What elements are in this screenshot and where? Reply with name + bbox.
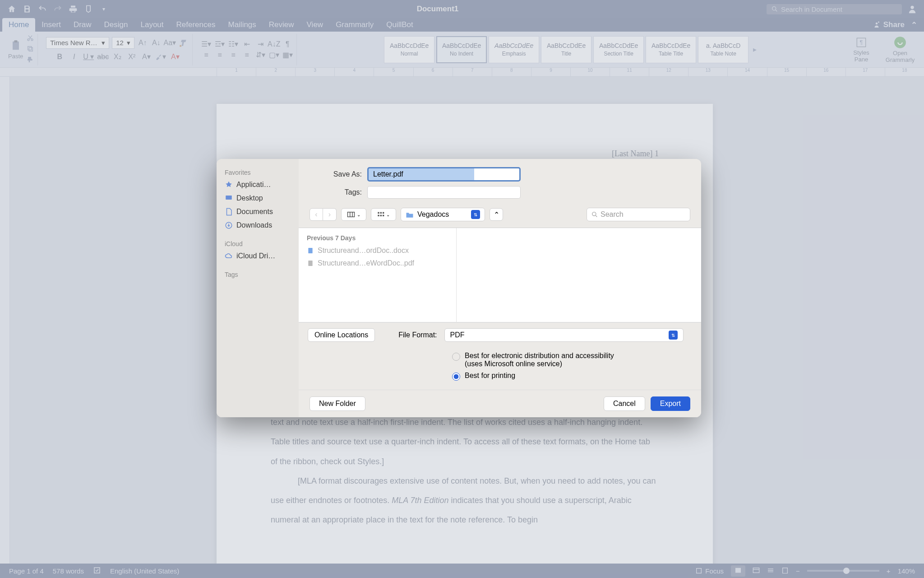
svg-rect-18 (378, 215, 379, 216)
chevron-updown-icon: ⇅ (669, 331, 678, 340)
view-columns-button[interactable]: ⌄ (341, 208, 366, 221)
tags-input[interactable] (367, 186, 521, 199)
file-item-docx[interactable]: Structureand…ordDoc..docx (299, 244, 456, 257)
applications-icon (225, 181, 233, 189)
file-item-pdf[interactable]: Structureand…eWordDoc..pdf (299, 257, 456, 270)
svg-rect-23 (308, 261, 312, 266)
sidebar-item-icloud-drive[interactable]: iCloud Dri… (217, 249, 299, 263)
sidebar-favorites-header: Favorites (217, 167, 299, 178)
svg-rect-12 (226, 196, 232, 200)
svg-rect-14 (348, 212, 355, 217)
sidebar-item-desktop[interactable]: Desktop (217, 191, 299, 205)
svg-rect-19 (380, 215, 382, 216)
save-dialog: Favorites Applicati… Desktop Documents D… (217, 159, 701, 417)
export-button[interactable]: Export (651, 396, 690, 411)
dialog-search-input[interactable]: Search (587, 208, 690, 221)
cancel-button[interactable]: Cancel (604, 396, 645, 411)
view-grid-button[interactable]: ⌄ (371, 208, 396, 221)
radio-best-for-printing[interactable]: Best for printing (452, 370, 692, 382)
tags-label: Tags: (308, 188, 362, 196)
svg-rect-15 (378, 212, 379, 214)
file-format-select[interactable]: PDF ⇅ (444, 328, 684, 342)
save-as-label: Save As: (308, 170, 362, 178)
sidebar-item-downloads[interactable]: Downloads (217, 219, 299, 232)
svg-rect-17 (383, 212, 384, 214)
dialog-sidebar: Favorites Applicati… Desktop Documents D… (217, 159, 299, 417)
radio-checked-icon (452, 373, 460, 381)
radio-electronic-distribution[interactable]: Best for electronic distribution and acc… (452, 350, 692, 370)
svg-point-21 (592, 212, 596, 216)
documents-icon (225, 208, 233, 216)
folder-icon (406, 211, 414, 218)
desktop-icon (225, 194, 233, 202)
svg-rect-22 (308, 248, 312, 253)
sidebar-tags-header: Tags (217, 269, 299, 280)
pdf-icon (307, 260, 314, 267)
file-format-label: File Format: (398, 331, 437, 339)
collapse-button[interactable]: ⌃ (490, 208, 503, 221)
svg-rect-16 (380, 212, 382, 214)
nav-back-button[interactable]: ‹ (310, 208, 323, 221)
sidebar-item-documents[interactable]: Documents (217, 205, 299, 219)
cloud-icon (225, 252, 233, 260)
new-folder-button[interactable]: New Folder (310, 396, 365, 411)
docx-icon (307, 247, 314, 254)
downloads-icon (225, 221, 233, 229)
chevron-updown-icon: ⇅ (471, 210, 480, 219)
online-locations-button[interactable]: Online Locations (308, 328, 375, 342)
sidebar-icloud-header: iCloud (217, 238, 299, 249)
save-as-input[interactable] (367, 167, 521, 182)
radio-unchecked-icon (452, 353, 460, 361)
search-icon (591, 211, 598, 218)
nav-forward-button[interactable]: › (323, 208, 337, 221)
svg-rect-20 (383, 215, 384, 216)
file-section-header: Previous 7 Days (299, 232, 456, 244)
dialog-main-panel: Save As: Tags: ‹ › ⌄ ⌄ (299, 159, 701, 417)
sidebar-item-applications[interactable]: Applicati… (217, 178, 299, 191)
location-select[interactable]: Vegadocs ⇅ (401, 208, 485, 221)
file-browser[interactable]: Previous 7 Days Structureand…ordDoc..doc… (299, 228, 701, 322)
